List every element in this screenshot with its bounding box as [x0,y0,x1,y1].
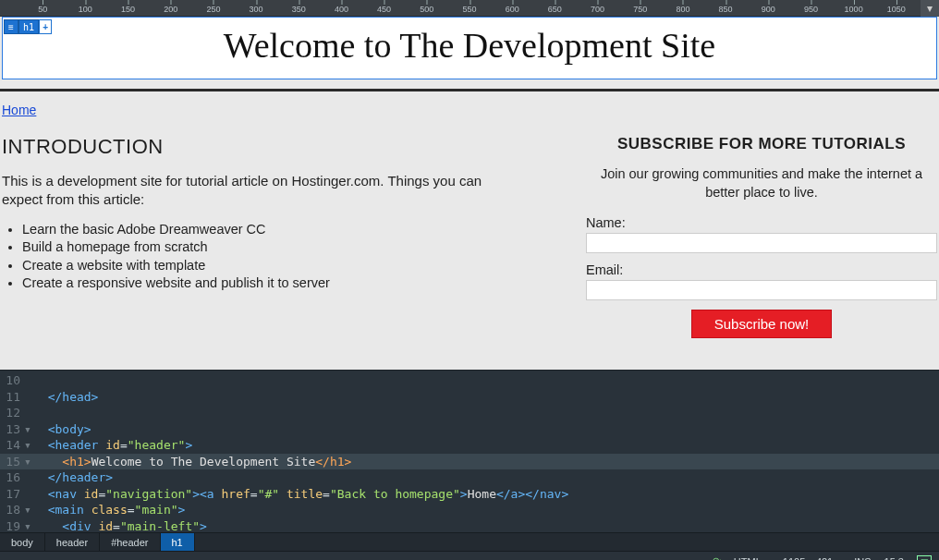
list-item: Build a homepage from scratch [22,238,549,257]
ruler-tick: 200 [164,0,177,17]
subscribe-blurb: Join our growing communities and make th… [586,164,937,202]
window-mode-icon[interactable]: ▣ [917,555,932,561]
element-selector-overlay[interactable]: ≡ h1 + [4,18,52,35]
main-two-column: INTRODUCTION This is a development site … [0,118,939,338]
ruler-tick: 750 [633,0,647,17]
code-line[interactable]: 10 [0,372,939,389]
list-item: Create a responsive website and publish … [22,274,549,293]
ruler-tick: 500 [420,0,433,17]
breadcrumb-h1[interactable]: h1 [161,533,195,551]
code-line[interactable]: 12 [0,405,939,421]
ruler-tick: 300 [250,0,263,17]
code-line[interactable]: 14▾ <header id="header"> [0,437,939,454]
ruler-tick: 550 [462,0,476,17]
code-editor[interactable]: 10 11 </head>12 13▾ <body>14▾ <header id… [0,370,939,532]
ruler-tick: 700 [591,0,604,17]
ruler-tick: 50 [38,0,47,17]
sync-ok-icon: ⟳ [713,555,721,560]
ruler-tick: 850 [719,0,733,17]
subscribe-column: SUBSCRIBE FOR MORE TUTORIALS Join our gr… [586,135,937,338]
intro-paragraph: This is a development site for tutorial … [2,172,519,210]
code-line[interactable]: 17 <nav id="navigation"><a href="#" titl… [0,486,939,503]
list-item: Create a website with template [22,257,549,275]
main-left-column: INTRODUCTION This is a development site … [2,135,549,338]
ruler-tick: 1000 [845,0,863,17]
email-field-row: Email: [586,262,937,300]
ruler-tick: 450 [377,0,391,17]
breadcrumb-body[interactable]: body [0,533,45,551]
ruler-tick: 350 [292,0,306,17]
add-element-button[interactable]: + [39,19,52,34]
code-line[interactable]: 18▾ <main class="main"> [0,502,939,518]
breadcrumb-header[interactable]: header [45,533,100,551]
code-line[interactable]: 11 </head> [0,389,939,406]
canvas-dimensions[interactable]: 1105 x 421▾ [783,556,841,561]
code-line[interactable]: 15▾ <h1>Welcome to The Development Site<… [0,454,939,470]
email-label: Email: [586,262,937,277]
code-line[interactable]: 16 </header> [0,469,939,486]
nav-home-link[interactable]: Home [2,103,36,117]
name-field-row: Name: [586,215,937,253]
ruler-tick: 650 [548,0,562,17]
doctype-selector[interactable]: HTML▾ [734,556,770,561]
cursor-position: 15:3 [884,556,904,561]
ruler-tick: 400 [335,0,348,17]
email-input[interactable] [586,280,937,300]
tag-breadcrumb[interactable]: bodyheader#headerh1 [0,532,939,551]
header-divider [0,89,939,91]
name-input[interactable] [586,233,937,253]
code-line[interactable]: 19▾ <div id="main-left"> [0,518,939,532]
insert-mode[interactable]: INS [854,556,871,561]
ruler-tick: 1050 [887,0,906,17]
horizontal-ruler: ▾ 50100150200250300350400450500550600650… [0,0,939,17]
hamburger-icon[interactable]: ≡ [4,19,18,34]
ruler-tick: 600 [506,0,519,17]
ruler-tick: 250 [206,0,220,17]
ruler-tick: 800 [676,0,689,17]
page-title[interactable]: Welcome to The Development Site [3,25,936,66]
subscribe-button[interactable]: Subscribe now! [691,310,833,338]
intro-list: Learn the basic Adobe Dreamweaver CCBuil… [22,221,549,293]
selected-element-tag[interactable]: h1 [18,19,39,34]
ruler-tick: 100 [79,0,92,17]
name-label: Name: [586,215,937,230]
breadcrumb-header[interactable]: #header [100,533,160,551]
selected-h1-box[interactable]: Welcome to The Development Site [2,17,937,79]
subscribe-heading: SUBSCRIBE FOR MORE TUTORIALS [586,135,937,153]
design-canvas[interactable]: ≡ h1 + Welcome to The Development Site H… [0,17,939,370]
ruler-tick: 950 [804,0,818,17]
code-line[interactable]: 13▾ <body> [0,421,939,438]
list-item: Learn the basic Adobe Dreamweaver CC [22,221,549,239]
ruler-tick: 900 [762,0,775,17]
intro-heading: INTRODUCTION [2,135,549,159]
ruler-tick: 150 [121,0,135,17]
ruler-corner-icon: ▾ [921,0,939,17]
status-bar: ⟳ HTML▾ 1105 x 421▾ INS 15:3 ▣ [0,551,939,560]
